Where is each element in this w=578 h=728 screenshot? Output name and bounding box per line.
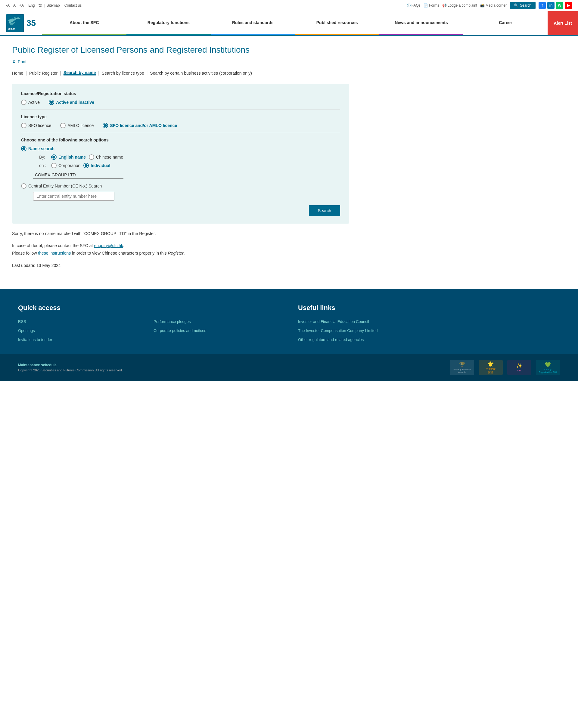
nav-career[interactable]: Career [463,11,548,35]
english-name-radio[interactable] [51,154,57,160]
sfo-licence-option[interactable]: SFO licence [21,123,51,128]
chinese-name-option[interactable]: Chinese name [89,154,123,160]
contact-link[interactable]: Contact us [65,3,82,7]
chinese-name-radio[interactable] [89,154,94,160]
footer-link-openings[interactable]: Openings [18,328,145,333]
breadcrumb-search-by-business-activities[interactable]: Search by certain business activities (c… [150,71,252,76]
footer-link-ifec[interactable]: Investor and Financial Education Council [298,319,560,324]
name-search-input[interactable] [33,171,123,179]
corporation-radio[interactable] [51,163,57,168]
youtube-icon[interactable]: ▶ [565,2,572,9]
footer-link-invitations[interactable]: Invitations to tender [18,337,145,342]
breadcrumb-search-by-name: Search by name [64,70,96,76]
licence-type-radio-row: SFO licence AMLO licence SFO licence and… [21,123,340,128]
name-search-option[interactable]: Name search [21,146,340,151]
ce-search-option[interactable]: Central Entity Number (CE No.) Search [21,183,340,189]
sep6: | [62,3,62,7]
breadcrumb-search-by-licence-type[interactable]: Search by licence type [102,71,144,76]
footer-link-rss[interactable]: RSS [18,319,145,324]
instructions-link[interactable]: these instructions [38,251,72,256]
top-bar: -A A +A | Eng 繁 | Sitemap | Contact us ⓘ… [0,0,578,11]
font-size-minus[interactable]: -A [6,3,10,7]
sfc-logo[interactable]: 證監會 [6,14,24,32]
facebook-icon[interactable]: f [538,2,546,9]
useful-links-title: Useful links [298,304,560,312]
nav-news-announcements[interactable]: News and announcements [379,11,463,35]
useful-links-list: Investor and Financial Education Council… [298,319,560,342]
amlo-licence-option[interactable]: AMLO licence [60,123,94,128]
logo-35: 35 [26,18,36,28]
lodge-icon: 📢 [442,3,447,7]
page-content: Public Register of Licensed Persons and … [0,36,361,289]
corporation-option[interactable]: Corporation [51,163,80,168]
wechat-icon[interactable]: W [556,2,563,9]
font-size-plus[interactable]: +A [19,3,24,7]
on-row: on : Corporation Individual [27,163,340,168]
error-message: Sorry, there is no name matched with "CO… [12,231,349,236]
sfo-licence-radio[interactable] [21,123,26,128]
search-options-title: Choose one of the following search optio… [21,137,340,142]
healthy-org-logo: 🌟 品健之友認證 [479,360,503,375]
nav-rules-standards[interactable]: Rules and standards [211,11,295,35]
sfo-amlo-licence-radio[interactable] [103,123,108,128]
lang-eng[interactable]: Eng [28,3,34,7]
enquiry-email-link[interactable]: enquiry@sfc.hk [94,243,123,248]
footer-link-other-regulators[interactable]: Other regulators and related agencies [298,337,560,342]
main-header: 證監會 35 About the SFC Regulatory function… [0,11,578,36]
footer-link-performance-pledges[interactable]: Performance pledges [153,319,280,324]
individual-option[interactable]: Individual [83,163,110,168]
breadcrumb-home[interactable]: Home [12,71,23,76]
nm-award-logo: ✨ NM [507,360,531,375]
forms-icon: 📄 [424,3,428,7]
quick-access-links: RSS Performance pledges Openings Corpora… [18,319,280,342]
lodge-link[interactable]: 📢 Lodge a complaint [442,3,477,7]
licence-type-section-title: Licence type [21,114,340,119]
alert-list-button[interactable]: Alert List [548,11,578,35]
privacy-award-logo: 🏆 Privacy-FriendlyAwards [450,360,474,375]
footer-link-corporate-policies[interactable]: Corporate policies and notices [153,328,280,333]
footer-link-icc[interactable]: The Investor Compensation Company Limite… [298,328,560,333]
footer-cols: Quick access RSS Performance pledges Ope… [18,304,560,342]
sfo-amlo-licence-option[interactable]: SFO licence and/or AMLO licence [103,123,177,128]
footer-logos: 🏆 Privacy-FriendlyAwards 🌟 品健之友認證 ✨ NM 💚… [450,360,560,375]
amlo-licence-radio[interactable] [60,123,66,128]
media-link[interactable]: 📸 Media corner [480,3,507,7]
individual-radio[interactable] [83,163,89,168]
status-active-option[interactable]: Active [21,100,40,105]
status-active-inactive-radio[interactable] [49,100,54,105]
forms-link[interactable]: 📄 Forms [424,3,439,7]
print-icon: 🖶 [12,59,16,64]
status-radio-row: Active Active and inactive [21,100,340,105]
last-update: Last update: 13 May 2024 [12,263,349,268]
ce-search-radio[interactable] [21,183,26,189]
sep3: | [26,3,26,7]
faqs-icon: ⓘ [407,3,411,8]
faqs-link[interactable]: ⓘ FAQs [407,3,421,8]
font-size-normal[interactable]: A [13,3,16,7]
name-search-radio[interactable] [21,146,26,151]
breadcrumb-public-register[interactable]: Public Register [29,71,57,76]
search-icon: 🔍 [514,3,519,7]
nav-regulatory-functions[interactable]: Regulatory functions [126,11,211,35]
sep5: | [44,3,45,7]
sitemap-link[interactable]: Sitemap [47,3,60,7]
status-active-radio[interactable] [21,100,26,105]
search-button[interactable]: 🔍 Search [510,2,535,9]
logo-area: 證監會 35 [0,11,42,35]
english-name-option[interactable]: English name [51,154,86,160]
nav-about-sfc[interactable]: About the SFC [42,11,126,35]
nav-published-resources[interactable]: Published resources [295,11,379,35]
quick-access-title: Quick access [18,304,280,312]
ce-number-input[interactable] [33,192,115,201]
top-bar-right: ⓘ FAQs 📄 Forms 📢 Lodge a complaint 📸 Med… [407,2,572,9]
maintenance-link[interactable]: Maintenance schedule [18,363,123,367]
lang-tc[interactable]: 繁 [39,3,42,8]
linkedin-icon[interactable]: in [547,2,554,9]
footer-quick-access: Quick access RSS Performance pledges Ope… [18,304,280,342]
footer-bottom: Maintenance schedule Copyright 2020 Secu… [0,354,578,381]
status-active-inactive-option[interactable]: Active and inactive [49,100,94,105]
caring-org-logo: 💚 CaringOrganisation 10+ [536,360,560,375]
search-submit-button[interactable]: Search [309,205,340,216]
print-link[interactable]: 🖶 Print [12,59,349,64]
logo-box: 證監會 35 [6,14,36,32]
